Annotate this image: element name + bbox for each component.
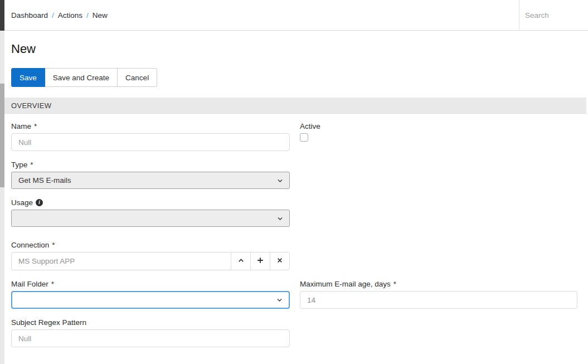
type-select-value: Get MS E-mails	[18, 176, 71, 185]
name-input[interactable]	[11, 133, 290, 151]
breadcrumb-dashboard[interactable]: Dashboard	[11, 11, 48, 20]
active-checkbox[interactable]	[300, 133, 308, 142]
top-navigation-bar: Dashboard / Actions / New	[4, 0, 588, 31]
collapsed-sidebar[interactable]	[0, 0, 4, 364]
save-and-create-button[interactable]: Save and Create	[45, 68, 118, 87]
field-active-label: Active	[300, 122, 577, 130]
field-subject-regex: Subject Regex Pattern	[11, 318, 290, 347]
overview-panel: OVERVIEW Name * Active	[4, 98, 586, 364]
x-icon	[276, 257, 283, 265]
required-mark: *	[30, 161, 33, 169]
field-name-label-text: Name	[11, 122, 31, 130]
required-mark: *	[34, 122, 37, 130]
breadcrumb-separator: /	[86, 11, 89, 20]
field-connection: Connection *	[11, 241, 290, 270]
field-max-email-age-label-text: Maximum E-mail age, days	[300, 280, 391, 288]
field-subject-regex-label: Subject Regex Pattern	[11, 318, 290, 327]
overview-panel-body: Name * Active Type	[4, 114, 586, 364]
connection-select-button[interactable]	[231, 252, 251, 270]
mail-folder-select[interactable]	[11, 291, 290, 309]
overview-panel-header: OVERVIEW	[4, 98, 586, 114]
overview-panel-title: OVERVIEW	[11, 101, 51, 110]
subject-regex-input[interactable]	[11, 329, 290, 347]
field-subject-regex-label-text: Subject Regex Pattern	[11, 318, 86, 327]
field-type: Type * Get MS E-mails	[11, 161, 290, 189]
field-active-label-text: Active	[300, 122, 320, 130]
main-content: New Save Save and Create Cancel OVERVIEW…	[4, 31, 588, 364]
breadcrumb-new: New	[93, 11, 108, 20]
field-type-label: Type *	[11, 161, 290, 169]
sidebar-scrollbar-thumb[interactable]	[0, 84, 4, 187]
field-name: Name *	[11, 122, 290, 151]
breadcrumb-separator: /	[52, 11, 54, 20]
chevron-down-icon	[276, 177, 284, 184]
field-mail-folder-label: Mail Folder *	[11, 280, 290, 288]
sidebar-header[interactable]	[0, 0, 4, 31]
field-max-email-age: Maximum E-mail age, days *	[300, 280, 577, 309]
field-name-label: Name *	[11, 122, 290, 130]
field-usage: Usage i	[11, 198, 290, 227]
breadcrumb-actions[interactable]: Actions	[58, 11, 82, 20]
usage-select[interactable]	[11, 210, 290, 227]
save-button[interactable]: Save	[11, 68, 45, 87]
field-usage-label: Usage i	[11, 198, 290, 207]
field-mail-folder-label-text: Mail Folder	[11, 280, 48, 288]
connection-create-button[interactable]	[250, 252, 270, 270]
connection-link-field	[11, 252, 290, 270]
plus-icon	[256, 256, 264, 266]
info-icon[interactable]: i	[36, 199, 43, 206]
max-email-age-input[interactable]	[300, 291, 577, 309]
field-connection-label: Connection *	[11, 241, 290, 249]
field-mail-folder: Mail Folder *	[11, 280, 290, 309]
connection-clear-button[interactable]	[270, 252, 290, 270]
record-action-buttons: Save Save and Create Cancel	[11, 68, 157, 87]
breadcrumb: Dashboard / Actions / New	[4, 11, 519, 20]
field-active: Active	[300, 122, 577, 142]
required-mark: *	[52, 241, 55, 249]
global-search	[519, 0, 588, 31]
field-type-label-text: Type	[11, 161, 27, 169]
field-max-email-age-label: Maximum E-mail age, days *	[300, 280, 577, 288]
chevron-up-icon	[237, 257, 245, 266]
type-select[interactable]: Get MS E-mails	[11, 172, 290, 189]
chevron-down-icon	[276, 297, 283, 304]
page-title: New	[11, 42, 588, 56]
connection-input[interactable]	[11, 252, 231, 270]
required-mark: *	[393, 280, 396, 288]
cancel-button[interactable]: Cancel	[117, 68, 157, 87]
field-connection-label-text: Connection	[11, 241, 49, 249]
field-usage-label-text: Usage	[11, 198, 33, 207]
required-mark: *	[51, 280, 54, 288]
search-input[interactable]	[519, 11, 588, 20]
chevron-down-icon	[276, 215, 284, 222]
